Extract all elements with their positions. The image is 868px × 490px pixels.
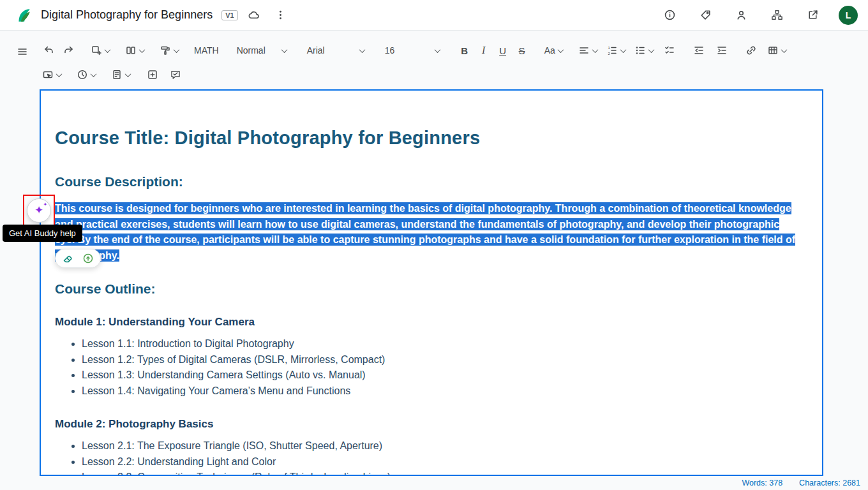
description-heading: Course Description: (55, 174, 808, 189)
redo-button[interactable] (59, 41, 78, 60)
font-family-select[interactable]: Arial (302, 41, 370, 60)
insert-stuff-icon (91, 45, 102, 56)
text-style-label: Aa (544, 45, 555, 56)
characters-count: Characters: 2681 (799, 479, 860, 487)
list-item: Lesson 1.2: Types of Digital Cameras (DS… (82, 352, 808, 368)
chevron-down-icon (139, 47, 146, 53)
user-button[interactable] (730, 4, 752, 26)
eraser-icon[interactable] (61, 251, 75, 265)
comment-check-icon (170, 69, 181, 80)
chevron-down-icon (557, 47, 564, 53)
text-style-dropdown[interactable]: Aa (542, 41, 565, 60)
align-left-icon (578, 45, 590, 56)
outdent-button[interactable] (689, 41, 708, 60)
app-root: Digital Photography for Beginners V1 (0, 0, 868, 490)
strikethrough-button[interactable]: S (513, 41, 532, 60)
accessibility-check-button[interactable] (166, 65, 185, 84)
bullet-list-dropdown[interactable] (632, 41, 656, 60)
insert-link-button[interactable] (742, 41, 761, 60)
checklist-button[interactable] (660, 41, 679, 60)
header-actions: L (654, 4, 858, 26)
format-painter-dropdown[interactable] (157, 41, 181, 60)
list-item: Lesson 1.3: Understanding Camera Setting… (82, 368, 808, 383)
list-item: Lesson 2.3: Composition Techniques (Rule… (82, 470, 808, 476)
bullet-list-icon (634, 45, 646, 56)
history-clock-icon (77, 69, 88, 80)
outdent-icon (693, 45, 705, 56)
font-size-value: 16 (385, 45, 395, 56)
d2l-logo-icon (15, 7, 32, 24)
chevron-down-icon (359, 47, 365, 53)
document-edit-icon (111, 69, 123, 80)
description-paragraph[interactable]: This course is designed for beginners wh… (55, 201, 798, 264)
words-count: Words: 378 (742, 479, 782, 487)
course-title-heading: Course Title: Digital Photography for Be… (55, 128, 808, 149)
layout-icon (125, 45, 137, 56)
toolbar-row-1: MATH Normal Arial 16 B I U S Aa (40, 38, 842, 63)
chevron-down-icon (91, 71, 97, 77)
font-family-value: Arial (307, 45, 325, 56)
app-header: Digital Photography for Beginners V1 (0, 0, 868, 31)
sitemap-button[interactable] (766, 4, 788, 26)
outline-heading: Course Outline: (55, 281, 808, 297)
source-edit-dropdown[interactable] (108, 65, 133, 84)
chevron-down-icon (105, 47, 111, 53)
chevron-down-icon (592, 47, 598, 53)
info-button[interactable] (659, 4, 680, 26)
select-box-icon (42, 69, 54, 80)
math-button[interactable]: MATH (191, 41, 221, 60)
tag-button[interactable] (694, 4, 716, 26)
layout-dropdown[interactable] (123, 41, 147, 60)
italic-button[interactable]: I (474, 41, 493, 60)
link-icon (745, 45, 757, 56)
module-1-lesson-list: Lesson 1.1: Introduction to Digital Phot… (55, 336, 808, 399)
checklist-icon (664, 45, 675, 56)
undo-button[interactable] (40, 41, 59, 60)
toolbar-row-2 (40, 63, 842, 87)
sparkle-icon: ✦✦ (34, 205, 43, 216)
version-badge[interactable]: V1 (221, 10, 237, 20)
chevron-down-icon (434, 47, 440, 53)
share-button[interactable] (802, 4, 823, 26)
history-dropdown[interactable] (74, 65, 98, 84)
align-dropdown[interactable] (576, 41, 600, 60)
paragraph-style-value: Normal (237, 45, 266, 56)
list-item: Lesson 2.1: The Exposure Triangle (ISO, … (82, 438, 808, 454)
toc-toggle-button[interactable] (13, 42, 32, 61)
selection-quick-actions (55, 249, 101, 268)
select-element-dropdown[interactable] (40, 65, 64, 84)
add-square-icon (147, 69, 158, 80)
module-1-heading: Module 1: Understanding Your Camera (55, 316, 808, 329)
rich-text-editor[interactable]: Course Title: Digital Photography for Be… (40, 89, 823, 476)
underline-button[interactable]: U (493, 41, 513, 60)
indent-icon (716, 45, 728, 56)
word-count-statusbar: Words: 378 Characters: 2681 (742, 479, 860, 487)
svg-text:1: 1 (608, 46, 610, 50)
format-painter-icon (160, 45, 171, 56)
selected-text: This course is designed for beginners wh… (55, 202, 795, 262)
bold-button[interactable]: B (455, 41, 474, 60)
module-2-heading: Module 2: Photography Basics (55, 418, 808, 431)
chevron-down-icon (56, 71, 63, 77)
ordered-list-icon: 1 2 (606, 45, 618, 56)
ordered-list-dropdown[interactable]: 1 2 (604, 41, 628, 60)
list-item: Lesson 1.4: Navigating Your Camera’s Men… (82, 383, 808, 399)
module-2-lesson-list: Lesson 2.1: The Exposure Triangle (ISO, … (55, 438, 808, 476)
paragraph-style-select[interactable]: Normal (232, 41, 292, 60)
upload-circle-icon[interactable] (81, 251, 95, 265)
list-item: Lesson 2.2: Understanding Light and Colo… (82, 454, 808, 470)
add-element-button[interactable] (143, 65, 162, 84)
chevron-down-icon (174, 47, 180, 53)
more-options-button[interactable] (270, 4, 292, 26)
cloud-sync-icon (243, 4, 265, 26)
ai-buddy-button[interactable]: ✦✦ (27, 198, 51, 223)
indent-button[interactable] (712, 41, 731, 60)
chevron-down-icon (781, 47, 787, 53)
insert-stuff-dropdown[interactable] (88, 41, 112, 60)
table-dropdown[interactable] (765, 41, 789, 60)
chevron-down-icon (281, 47, 287, 53)
svg-text:2: 2 (608, 52, 610, 56)
font-size-select[interactable]: 16 (380, 41, 445, 60)
user-avatar[interactable]: L (839, 6, 858, 25)
table-icon (767, 45, 779, 56)
